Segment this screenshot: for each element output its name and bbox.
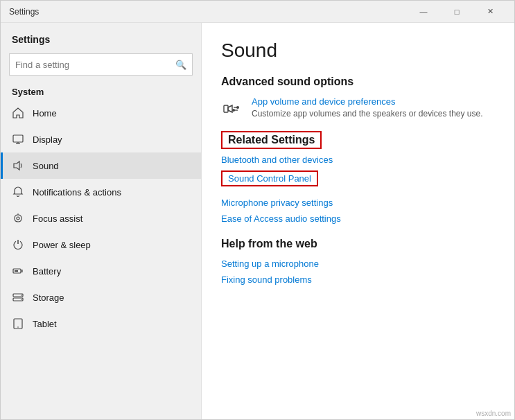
svg-rect-15 xyxy=(224,105,228,112)
microphone-link[interactable]: Microphone privacy settings xyxy=(221,198,495,208)
close-button[interactable]: ✕ xyxy=(474,1,506,23)
svg-rect-0 xyxy=(13,135,23,142)
sidebar-item-home-label: Home xyxy=(33,108,57,119)
focus-icon xyxy=(12,212,24,225)
help-section: Help from the web Setting up a microphon… xyxy=(221,238,495,285)
search-box[interactable]: 🔍 xyxy=(9,53,193,76)
svg-point-12 xyxy=(21,299,22,300)
sidebar-item-home[interactable]: Home xyxy=(1,100,201,126)
main-content: Sound Advanced sound options App volume … xyxy=(202,23,514,419)
related-settings-title-box: Related Settings xyxy=(221,131,322,149)
ease-of-access-link[interactable]: Ease of Access audio settings xyxy=(221,213,495,224)
display-icon xyxy=(12,133,24,146)
sidebar-item-notifications-label: Notifications & actions xyxy=(33,187,121,198)
battery-icon xyxy=(12,265,24,277)
svg-marker-16 xyxy=(228,105,232,112)
sidebar-item-power-label: Power & sleep xyxy=(33,240,91,250)
minimize-button[interactable]: — xyxy=(408,1,439,23)
app-volume-title[interactable]: App volume and device preferences xyxy=(252,96,483,107)
related-settings-header: Related Settings xyxy=(221,131,495,149)
power-icon xyxy=(12,238,24,251)
svg-rect-6 xyxy=(15,270,18,272)
svg-marker-3 xyxy=(14,161,19,170)
app-volume-desc: Customize app volumes and the speakers o… xyxy=(252,108,483,120)
sidebar-app-title: Settings xyxy=(1,23,201,51)
settings-window: Settings — □ ✕ Settings 🔍 System Ho xyxy=(0,0,515,420)
sound-control-panel-link[interactable]: Sound Control Panel xyxy=(221,170,318,186)
maximize-button[interactable]: □ xyxy=(441,1,473,23)
sidebar-item-tablet-label: Tablet xyxy=(33,319,57,329)
sidebar-item-storage[interactable]: Storage xyxy=(1,284,201,310)
sound-icon xyxy=(12,159,24,172)
sidebar-item-power[interactable]: Power & sleep xyxy=(1,231,201,258)
content-area: Settings 🔍 System Home xyxy=(1,23,514,419)
sidebar-item-battery-label: Battery xyxy=(33,266,61,277)
fix-sound-link[interactable]: Fixing sound problems xyxy=(221,274,495,285)
sound-control-panel-box: Sound Control Panel xyxy=(221,170,495,192)
tablet-icon xyxy=(12,317,24,330)
sidebar-section-label: System xyxy=(1,81,201,100)
titlebar: Settings — □ ✕ xyxy=(1,1,514,23)
app-volume-text: App volume and device preferences Custom… xyxy=(252,96,483,120)
sidebar-item-notifications[interactable]: Notifications & actions xyxy=(1,179,201,205)
sidebar-item-tablet[interactable]: Tablet xyxy=(1,310,201,337)
svg-point-11 xyxy=(21,295,22,296)
sidebar-item-display[interactable]: Display xyxy=(1,126,201,152)
sidebar: Settings 🔍 System Home xyxy=(1,23,202,419)
home-icon xyxy=(12,107,24,119)
page-title: Sound xyxy=(221,40,495,62)
help-section-title: Help from the web xyxy=(221,238,495,250)
svg-point-14 xyxy=(17,326,19,328)
sidebar-item-display-label: Display xyxy=(33,134,62,145)
app-volume-option[interactable]: App volume and device preferences Custom… xyxy=(221,96,495,120)
bluetooth-link[interactable]: Bluetooth and other devices xyxy=(221,155,495,165)
svg-point-20 xyxy=(232,109,235,112)
storage-icon xyxy=(12,291,24,304)
sidebar-item-storage-label: Storage xyxy=(33,292,64,303)
app-volume-icon xyxy=(221,98,243,120)
search-input[interactable] xyxy=(15,60,175,70)
related-settings-title: Related Settings xyxy=(228,134,315,146)
svg-point-19 xyxy=(236,106,239,109)
search-icon: 🔍 xyxy=(175,60,186,70)
titlebar-controls: — □ ✕ xyxy=(408,1,506,23)
sidebar-item-focus-label: Focus assist xyxy=(33,213,82,224)
sidebar-item-focus[interactable]: Focus assist xyxy=(1,205,201,231)
sidebar-item-sound-label: Sound xyxy=(33,161,59,171)
sidebar-item-sound[interactable]: Sound xyxy=(1,152,201,179)
related-settings-section: Related Settings Bluetooth and other dev… xyxy=(221,131,495,224)
notifications-icon xyxy=(12,186,24,198)
sidebar-item-battery[interactable]: Battery xyxy=(1,258,201,284)
advanced-section-title: Advanced sound options xyxy=(221,76,495,88)
titlebar-title: Settings xyxy=(9,7,39,17)
setup-microphone-link[interactable]: Setting up a microphone xyxy=(221,259,495,269)
